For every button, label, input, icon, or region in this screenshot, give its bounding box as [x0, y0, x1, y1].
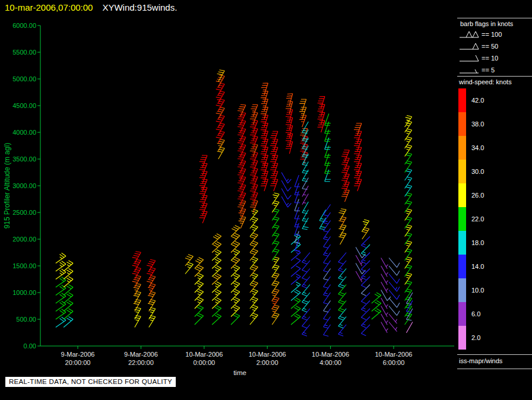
wind-barb [389, 298, 400, 307]
legend-panel: barb flags in knots == 100 == 50 == 10 =… [457, 0, 532, 400]
wind-barb [281, 180, 291, 191]
data-source-label: iss-mapr/winds [459, 357, 502, 364]
wind-barb [281, 189, 291, 199]
wind-barb [216, 131, 225, 143]
colorbar-row: 18.0 [458, 231, 484, 255]
wind-barb [271, 281, 279, 293]
wind-barb [389, 282, 400, 291]
colorbar-segment [458, 136, 466, 160]
colorbar-segment [458, 255, 466, 278]
x-tick-label: 10-Mar-2006 [185, 351, 223, 358]
barb-flag-row-5: == 5 [458, 64, 502, 76]
colorbar-segment [458, 302, 466, 326]
wind-barb [281, 196, 291, 207]
wind-barb [216, 115, 225, 127]
wind-barb [362, 220, 369, 231]
barb-flag-row-100: == 100 [458, 28, 502, 40]
wind-barb [132, 252, 141, 264]
separator [457, 76, 532, 77]
wind-barb [389, 274, 400, 284]
colorbar-label: 14.0 [471, 263, 484, 270]
wind-barb [216, 99, 225, 111]
wind-barb [271, 273, 279, 285]
wind-barb [389, 290, 400, 300]
colorbar-row: 26.0 [458, 183, 484, 207]
x-axis-title: time [233, 369, 246, 376]
wind-barb [356, 264, 365, 274]
wind-barb [318, 120, 325, 132]
colorbar-label: 42.0 [471, 97, 484, 104]
y-tick-label: 1000.00 [12, 289, 36, 296]
barb-flag-5-icon [458, 66, 480, 74]
y-tick-label: 500.00 [16, 316, 36, 323]
x-tick-label: 22:00:00 [128, 359, 154, 366]
wind-barb [381, 290, 391, 301]
wind-barb [271, 289, 279, 301]
colorbar-segment [458, 183, 466, 207]
y-tick-label: 3500.00 [12, 155, 36, 163]
wind-barb [64, 261, 73, 271]
barb-flag-50-icon [458, 42, 480, 50]
x-tick-label: 20:00:00 [65, 359, 91, 366]
y-tick-label: 4500.00 [12, 102, 36, 109]
x-tick-label: 6:00:00 [383, 359, 405, 366]
y-tick-label: 4000.00 [12, 129, 36, 136]
wind-barb [212, 234, 221, 245]
wind-barb [372, 293, 381, 303]
wind-barb [132, 259, 141, 271]
wind-barb [216, 91, 225, 103]
wind-barb [148, 284, 156, 296]
wind-barb [389, 306, 400, 316]
separator [457, 18, 532, 18]
colorbar-row: 10.0 [458, 278, 484, 302]
colorbar-label: 26.0 [471, 192, 484, 199]
barb-flag-10-icon [458, 54, 480, 62]
wind-barb [286, 142, 293, 154]
wind-barb [56, 253, 66, 263]
wind-barb [389, 314, 397, 323]
colorbar-label: 18.0 [471, 239, 484, 246]
x-tick-label: 2:00:00 [256, 359, 278, 366]
y-tick-label: 2500.00 [12, 209, 36, 216]
wind-barb [217, 139, 225, 151]
barb-flag-100-icon [458, 30, 480, 39]
y-tick-label: 0.00 [24, 342, 36, 350]
colorbar-label: 34.0 [471, 144, 484, 151]
wind-barb [56, 261, 66, 271]
colorbar-row: 6.0 [458, 302, 484, 326]
colorbar-segment [458, 112, 466, 136]
colorbar-row: 2.0 [458, 326, 484, 350]
barb-flag-label: == 50 [482, 43, 498, 50]
quality-notice: REAL-TIME DATA, NOT CHECKED FOR QUALITY [5, 377, 176, 387]
wind-barb [389, 258, 400, 268]
wind-barb [271, 313, 279, 325]
x-tick-label: 10-Mar-2006 [249, 351, 286, 358]
wind-barb [294, 175, 300, 187]
y-tick-label: 1500.00 [12, 262, 36, 269]
barb-flag-label: == 10 [482, 55, 498, 62]
speed-scale-title: wind-speed: knots [459, 78, 512, 85]
y-axis: 0.00500.001000.001500.002000.002500.0030… [3, 22, 40, 350]
y-tick-label: 6000.00 [12, 22, 36, 29]
y-axis-title: 915 Profiler Altitude (m agl) [3, 143, 11, 229]
wind-barb [216, 83, 225, 95]
colorbar-segment [458, 231, 466, 255]
wind-barb [381, 322, 388, 333]
colorbar-label: 38.0 [471, 120, 484, 128]
wind-barbs [56, 70, 413, 336]
colorbar-segment [458, 326, 466, 350]
x-tick-label: 10-Mar-2006 [375, 351, 413, 358]
wind-barb [271, 297, 279, 309]
wind-barb [216, 123, 225, 135]
colorbar-segment [458, 207, 466, 231]
barb-flag-label: == 5 [482, 66, 495, 74]
colorbar-segment [458, 88, 466, 112]
colorbar-label: 10.0 [471, 287, 484, 294]
wind-barb [325, 114, 331, 126]
wind-barb [389, 322, 397, 332]
x-tick-label: 4:00:00 [319, 359, 341, 366]
wind-barb [132, 268, 141, 280]
x-tick-label: 10-Mar-2006 [312, 351, 349, 358]
wind-barb [261, 179, 268, 191]
separator [457, 369, 532, 369]
